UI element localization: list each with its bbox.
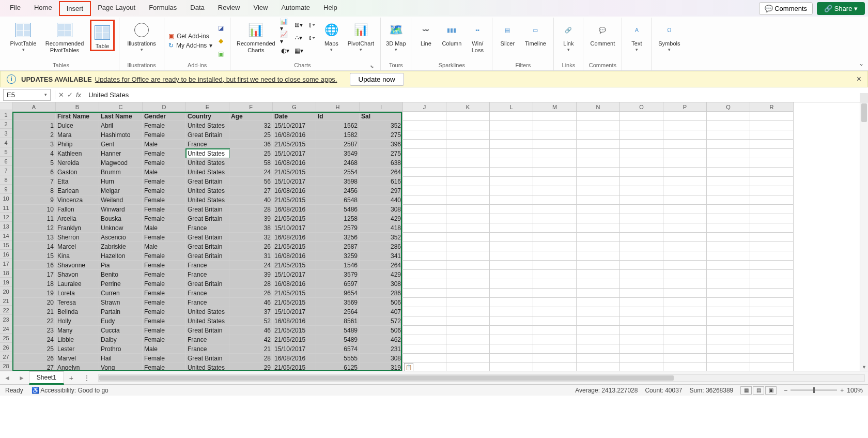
- cell[interactable]: [533, 242, 577, 251]
- cell[interactable]: [403, 316, 446, 326]
- cell[interactable]: [663, 316, 707, 326]
- scroll-down-button[interactable]: ▼: [860, 364, 868, 371]
- cell[interactable]: [707, 130, 750, 140]
- cell[interactable]: [663, 242, 707, 251]
- cell[interactable]: 11: [12, 214, 56, 223]
- sheet-tab[interactable]: Sheet1: [29, 371, 64, 385]
- cell[interactable]: [446, 298, 490, 307]
- cell[interactable]: [577, 363, 620, 371]
- cell[interactable]: Kina: [56, 251, 99, 261]
- cell[interactable]: [446, 140, 490, 149]
- cell[interactable]: [533, 168, 577, 177]
- menu-insert[interactable]: Insert: [59, 1, 91, 16]
- cell[interactable]: 5489: [316, 335, 360, 344]
- pivotchart-button[interactable]: 📊 PivotChart▾: [345, 20, 376, 52]
- cell[interactable]: 16/08/2016: [273, 233, 316, 242]
- cell[interactable]: France: [186, 298, 229, 307]
- cell[interactable]: [750, 251, 794, 261]
- fx-icon[interactable]: fx: [76, 91, 81, 99]
- cell[interactable]: Marcel: [56, 242, 99, 251]
- cell[interactable]: 19: [12, 289, 56, 298]
- cell[interactable]: Zabriskie: [99, 242, 143, 251]
- cell[interactable]: Female: [143, 195, 186, 205]
- cell[interactable]: 21: [229, 344, 273, 354]
- cell[interactable]: 2579: [316, 223, 360, 233]
- cell[interactable]: Gent: [99, 140, 143, 149]
- cell[interactable]: [620, 233, 663, 242]
- menu-data[interactable]: Data: [183, 1, 211, 16]
- col-header-P[interactable]: P: [663, 102, 707, 112]
- cell[interactable]: [663, 289, 707, 298]
- cell[interactable]: 8: [12, 186, 56, 195]
- cell[interactable]: 16/08/2016: [273, 186, 316, 195]
- cell[interactable]: Female: [143, 363, 186, 371]
- cell[interactable]: 264: [360, 168, 403, 177]
- cell[interactable]: [577, 344, 620, 354]
- recommended-charts-button[interactable]: 📊 Recommended Charts: [235, 20, 277, 53]
- cell[interactable]: [750, 289, 794, 298]
- cell[interactable]: Female: [143, 261, 186, 270]
- cell[interactable]: Unknow: [99, 223, 143, 233]
- cell[interactable]: [663, 205, 707, 214]
- cell[interactable]: [663, 261, 707, 270]
- cell[interactable]: [403, 270, 446, 279]
- cell[interactable]: 16/08/2016: [273, 354, 316, 363]
- cell[interactable]: [446, 112, 490, 121]
- cell[interactable]: 3579: [316, 270, 360, 279]
- timeline-button[interactable]: ▭Timeline: [521, 20, 549, 47]
- cell[interactable]: [533, 158, 577, 168]
- cell[interactable]: Marvel: [56, 354, 99, 363]
- cell[interactable]: [663, 121, 707, 130]
- cell[interactable]: [446, 363, 490, 371]
- cell[interactable]: 352: [360, 121, 403, 130]
- cell[interactable]: Female: [143, 354, 186, 363]
- cell[interactable]: [707, 158, 750, 168]
- hierarchy-chart-button[interactable]: ⊞▾: [293, 20, 304, 30]
- cell[interactable]: 25: [12, 344, 56, 354]
- cell[interactable]: 6: [12, 168, 56, 177]
- cell[interactable]: [750, 270, 794, 279]
- zoom-control[interactable]: − + 100%: [784, 387, 863, 394]
- cell[interactable]: Great Britain: [186, 130, 229, 140]
- cell[interactable]: [577, 298, 620, 307]
- cell[interactable]: [533, 223, 577, 233]
- cell[interactable]: United States: [186, 363, 229, 371]
- cell[interactable]: Hanner: [99, 149, 143, 158]
- cell[interactable]: [446, 233, 490, 242]
- row-header-17[interactable]: 17: [0, 259, 12, 268]
- cell[interactable]: 319: [360, 363, 403, 371]
- cell[interactable]: Female: [143, 251, 186, 261]
- row-header-4[interactable]: 4: [0, 138, 12, 147]
- col-header-D[interactable]: D: [143, 102, 186, 112]
- cell[interactable]: Curren: [99, 289, 143, 298]
- zoom-in-button[interactable]: +: [840, 387, 844, 394]
- cell[interactable]: [577, 223, 620, 233]
- cell[interactable]: Vincenza: [56, 195, 99, 205]
- cell[interactable]: [620, 307, 663, 316]
- cell[interactable]: [663, 149, 707, 158]
- cell[interactable]: [620, 289, 663, 298]
- cell[interactable]: Teresa: [56, 298, 99, 307]
- cell[interactable]: 24: [229, 168, 273, 177]
- cell[interactable]: [446, 289, 490, 298]
- cell[interactable]: Dulce: [56, 121, 99, 130]
- cell[interactable]: [446, 335, 490, 344]
- cell[interactable]: [663, 307, 707, 316]
- cell[interactable]: [490, 363, 533, 371]
- cell[interactable]: Last Name: [99, 112, 143, 121]
- sheet-menu-button[interactable]: ⋮: [79, 374, 95, 382]
- cell[interactable]: [533, 112, 577, 121]
- cell[interactable]: 1546: [316, 261, 360, 270]
- cell[interactable]: 9: [12, 195, 56, 205]
- cell[interactable]: [403, 158, 446, 168]
- cell[interactable]: 16/08/2016: [273, 158, 316, 168]
- cell[interactable]: 15/10/2017: [273, 121, 316, 130]
- cell[interactable]: [750, 158, 794, 168]
- cell[interactable]: Angelyn: [56, 363, 99, 371]
- cell[interactable]: [707, 168, 750, 177]
- cell[interactable]: France: [186, 289, 229, 298]
- col-header-F[interactable]: F: [229, 102, 273, 112]
- cell[interactable]: 286: [360, 289, 403, 298]
- cell[interactable]: [707, 298, 750, 307]
- col-header-N[interactable]: N: [577, 102, 620, 112]
